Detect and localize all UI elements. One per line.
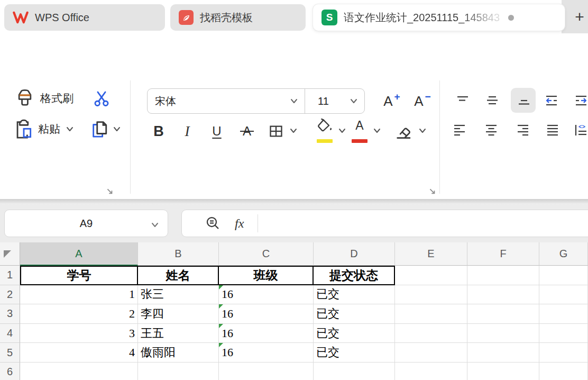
cell-d6[interactable] — [314, 363, 395, 380]
cell-f5[interactable] — [467, 343, 539, 363]
cell-g1[interactable] — [539, 266, 588, 285]
increase-indent-button[interactable] — [574, 94, 588, 107]
cell-g4[interactable] — [539, 324, 588, 343]
cell-e6[interactable] — [395, 363, 467, 380]
col-header-d[interactable]: D — [314, 242, 395, 266]
cell-a5[interactable]: 4 — [20, 343, 138, 363]
cell-b3[interactable]: 李四 — [138, 304, 219, 324]
cell-g3[interactable] — [539, 304, 588, 324]
row-header-1[interactable]: 1 — [0, 266, 20, 285]
increase-font-button[interactable]: A+ — [376, 90, 400, 112]
cell-f6[interactable] — [467, 363, 539, 380]
select-all-corner[interactable] — [0, 242, 20, 266]
cell-c5[interactable]: 16 — [219, 343, 314, 363]
cell-e3[interactable] — [395, 304, 467, 324]
borders-button[interactable] — [268, 122, 284, 141]
underline-button[interactable]: U — [207, 121, 226, 142]
row-header-3[interactable]: 3 — [0, 304, 20, 324]
paste-button[interactable]: 粘贴 — [15, 117, 80, 141]
col-header-a[interactable]: A — [20, 242, 138, 266]
align-bottom-button[interactable] — [517, 94, 530, 107]
cell-b6[interactable] — [138, 363, 219, 380]
cell-g6[interactable] — [539, 363, 588, 380]
col-header-f[interactable]: F — [467, 242, 539, 266]
cell-a3[interactable]: 2 — [20, 304, 138, 324]
formula-bar[interactable]: fx — [181, 210, 588, 237]
clear-format-button[interactable] — [393, 121, 414, 142]
cell-d3[interactable]: 已交 — [314, 304, 395, 324]
cell-e4[interactable] — [395, 324, 467, 343]
cell-a1[interactable]: 学号 — [20, 266, 138, 285]
borders-icon — [269, 124, 283, 139]
new-tab-button[interactable]: + — [570, 7, 588, 26]
row-header-4[interactable]: 4 — [0, 324, 20, 343]
cell-d1[interactable]: 提交状态 — [314, 266, 395, 285]
fill-color-dropdown-button[interactable] — [337, 127, 347, 134]
cell-f2[interactable] — [467, 285, 539, 305]
cell-a2[interactable]: 1 — [20, 285, 138, 305]
cell-f4[interactable] — [467, 324, 539, 343]
col-header-c[interactable]: C — [219, 242, 314, 266]
copy-button[interactable] — [89, 119, 123, 140]
align-middle-button[interactable] — [485, 94, 499, 107]
cell-a4[interactable]: 3 — [20, 324, 138, 343]
strikethrough-button[interactable]: A — [237, 121, 256, 142]
cell-b1[interactable]: 姓名 — [138, 266, 219, 285]
cell-d2[interactable]: 已交 — [314, 285, 395, 305]
decrease-font-icon: A− — [414, 93, 423, 110]
decrease-indent-icon — [545, 94, 558, 107]
cell-c3[interactable]: 16 — [219, 304, 314, 324]
clear-format-dropdown-button[interactable] — [418, 127, 427, 134]
row-header-5[interactable]: 5 — [0, 343, 20, 363]
align-top-button[interactable] — [456, 94, 470, 107]
fill-color-button[interactable] — [314, 119, 335, 144]
row-header-6[interactable]: 6 — [0, 363, 20, 380]
bold-button[interactable]: B — [149, 121, 168, 142]
cell-d5[interactable]: 已交 — [314, 343, 395, 363]
align-right-button[interactable] — [516, 123, 530, 137]
col-header-g[interactable]: G — [539, 242, 588, 266]
font-size-select[interactable]: 11 — [305, 89, 364, 113]
cell-c6[interactable] — [219, 363, 314, 380]
font-name-select[interactable]: 宋体 — [148, 89, 305, 113]
cell-d4[interactable]: 已交 — [314, 324, 395, 343]
align-left-icon — [453, 123, 466, 137]
cell-c2[interactable]: 16 — [219, 285, 314, 305]
row-header-2[interactable]: 2 — [0, 285, 20, 305]
cell-c4[interactable]: 16 — [219, 324, 314, 343]
cell-e2[interactable] — [395, 285, 467, 305]
align-center-button[interactable] — [484, 123, 498, 137]
cut-button[interactable] — [91, 88, 112, 109]
align-left-button[interactable] — [453, 123, 466, 137]
cell-c1[interactable]: 班级 — [219, 266, 314, 285]
cell-g2[interactable] — [539, 285, 588, 305]
tab-document[interactable]: S 语文作业统计_20251115_145843 — [313, 4, 565, 31]
format-painter-button[interactable]: 格式刷 — [15, 87, 99, 110]
italic-button[interactable]: I — [178, 121, 197, 142]
decrease-font-button[interactable]: A− — [407, 90, 430, 112]
paste-dropdown-chevron-icon — [66, 126, 74, 132]
tab-docer-templates[interactable]: 找稻壳模板 — [170, 4, 306, 31]
cell-e1[interactable] — [395, 266, 467, 285]
cell-b5[interactable]: 傲雨阳 — [138, 343, 219, 363]
justify-button[interactable] — [546, 123, 559, 137]
cell-b2[interactable]: 张三 — [138, 285, 219, 305]
font-color-dropdown-button[interactable] — [372, 127, 382, 134]
cell-f3[interactable] — [467, 304, 539, 324]
cell-a6[interactable] — [20, 363, 138, 380]
tab-wps-home[interactable]: WPS Office — [4, 4, 165, 31]
cell-b4[interactable]: 王五 — [138, 324, 219, 343]
font-dialog-launcher[interactable] — [428, 187, 437, 196]
clipboard-dialog-launcher[interactable] — [106, 187, 114, 196]
cell-g5[interactable] — [539, 343, 588, 363]
name-box[interactable]: A9 — [4, 210, 168, 237]
font-color-button[interactable]: A — [349, 119, 370, 144]
col-header-e[interactable]: E — [395, 242, 467, 266]
formula-input[interactable] — [258, 210, 588, 237]
cell-e5[interactable] — [395, 343, 467, 363]
borders-dropdown-button[interactable] — [289, 127, 298, 134]
text-direction-button[interactable]: <> — [574, 123, 588, 137]
decrease-indent-button[interactable] — [545, 94, 558, 107]
col-header-b[interactable]: B — [138, 242, 219, 266]
cell-f1[interactable] — [467, 266, 539, 285]
